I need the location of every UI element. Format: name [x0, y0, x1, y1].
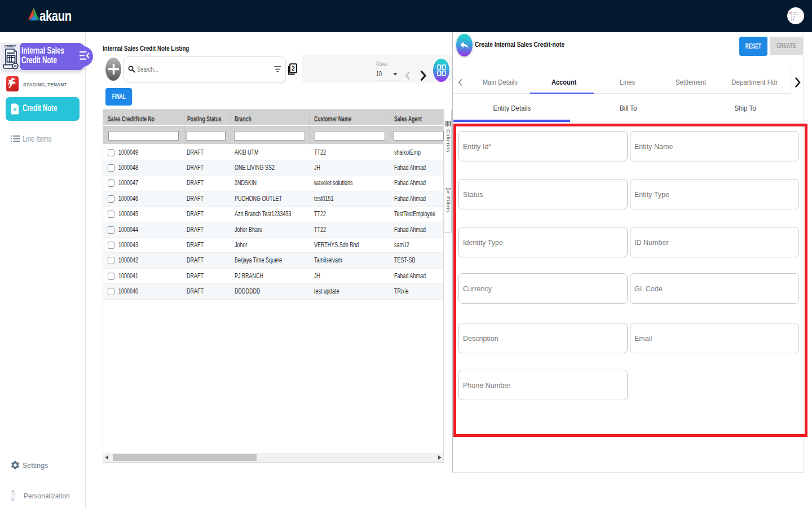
svg-text:CREDIT: CREDIT: [5, 45, 16, 48]
svg-text:2: 2: [292, 65, 295, 72]
svg-text:$: $: [14, 107, 16, 112]
